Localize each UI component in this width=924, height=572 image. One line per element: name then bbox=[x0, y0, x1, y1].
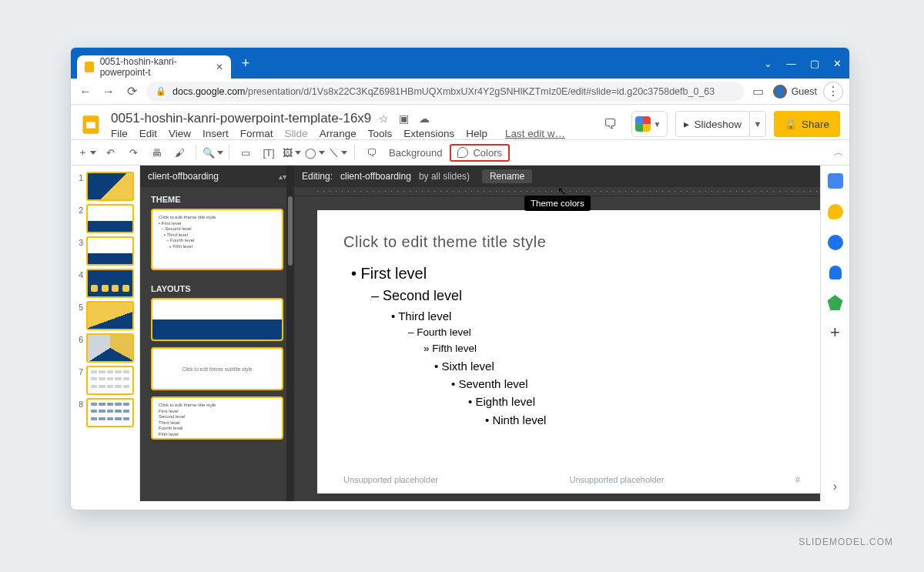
bullet-level-1[interactable]: • First level bbox=[343, 262, 800, 286]
menu-tools[interactable]: Tools bbox=[368, 128, 393, 139]
menu-insert[interactable]: Insert bbox=[203, 128, 229, 139]
document-title[interactable]: 0051-hoshin-kanri-powerpoint-template-16… bbox=[111, 111, 371, 126]
maps-icon[interactable] bbox=[828, 295, 843, 310]
move-icon[interactable]: ▣ bbox=[399, 112, 411, 125]
addons-plus-icon[interactable]: + bbox=[828, 326, 843, 341]
layout-thumbnail[interactable]: Click to edit theme title styleFirst lev… bbox=[151, 396, 283, 440]
textbox-tool[interactable]: [T] bbox=[259, 142, 279, 162]
nav-forward-icon[interactable]: → bbox=[100, 83, 117, 100]
meet-icon bbox=[635, 116, 651, 132]
contacts-icon[interactable] bbox=[829, 266, 842, 279]
url-path: /presentation/d/1Vs8x22C3KqZ6981HBmUQXmb… bbox=[246, 86, 715, 97]
bullet-level-8[interactable]: • Eighth level bbox=[343, 393, 800, 410]
bullet-level-4[interactable]: – Fourth level bbox=[343, 325, 800, 341]
calendar-icon[interactable] bbox=[828, 173, 843, 189]
theme-colors-button[interactable]: Colors bbox=[450, 144, 510, 162]
window-maximize-icon[interactable]: ▢ bbox=[810, 58, 819, 69]
menu-arrange[interactable]: Arrange bbox=[320, 128, 357, 139]
shape-tool[interactable]: ◯ bbox=[305, 142, 325, 162]
slide-canvas[interactable]: Click to edit theme title style • First … bbox=[317, 210, 826, 493]
slides-logo-icon[interactable] bbox=[77, 111, 105, 139]
slideshow-button[interactable]: ▸Slideshow bbox=[675, 111, 750, 137]
slide-thumbnail[interactable] bbox=[86, 301, 134, 330]
comment-tool[interactable]: 🗨 bbox=[361, 142, 381, 162]
slide-thumbnail[interactable] bbox=[86, 398, 134, 427]
slide-thumbnail[interactable] bbox=[86, 366, 134, 395]
share-label: Share bbox=[802, 119, 829, 130]
bullet-level-9[interactable]: • Ninth level bbox=[343, 411, 800, 429]
browser-titlebar: 0051-hoshin-kanri-powerpoint-t ✕ + ⌄ — ▢… bbox=[71, 48, 849, 79]
browser-tab[interactable]: 0051-hoshin-kanri-powerpoint-t ✕ bbox=[77, 55, 231, 79]
cloud-status-icon[interactable]: ☁ bbox=[419, 112, 431, 125]
meet-button[interactable]: ▼ bbox=[631, 111, 668, 137]
editing-prefix: Editing: bbox=[302, 171, 333, 182]
tasks-icon[interactable] bbox=[828, 235, 843, 250]
redo-button[interactable]: ↷ bbox=[123, 142, 143, 162]
slideshow-dropdown[interactable]: ▼ bbox=[749, 111, 766, 137]
colors-label: Colors bbox=[473, 147, 502, 159]
new-slide-button[interactable]: ＋ bbox=[77, 142, 97, 162]
bullet-level-5[interactable]: » Fifth level bbox=[343, 341, 800, 357]
menu-edit[interactable]: Edit bbox=[139, 128, 157, 139]
window-close-icon[interactable]: ✕ bbox=[833, 58, 842, 69]
collapse-toolbar-icon[interactable]: ︿ bbox=[834, 146, 843, 159]
slide-thumbnail[interactable] bbox=[86, 172, 134, 201]
keep-icon[interactable] bbox=[828, 204, 843, 219]
comments-icon[interactable]: 🗨 bbox=[598, 111, 624, 137]
canvas-title[interactable]: Click to edit theme title style bbox=[343, 233, 800, 251]
theme-master-thumbnail[interactable]: Click to edit theme title style• First l… bbox=[151, 209, 283, 270]
placeholder-left: Unsupported placeholder bbox=[343, 475, 438, 484]
last-edit-link[interactable]: Last edit w… bbox=[505, 128, 565, 139]
image-tool[interactable]: 🖼 bbox=[282, 142, 302, 162]
hide-side-panel-icon[interactable]: › bbox=[833, 480, 837, 493]
bullet-level-2[interactable]: – Second level bbox=[343, 286, 800, 307]
nav-back-icon[interactable]: ← bbox=[77, 83, 94, 100]
paint-format-button[interactable]: 🖌 bbox=[169, 142, 189, 162]
bullet-level-7[interactable]: • Seventh level bbox=[343, 375, 800, 393]
slide-thumbnail[interactable] bbox=[86, 204, 134, 233]
watermark: SLIDEMODEL.COM bbox=[798, 537, 893, 547]
browser-menu-icon[interactable]: ⋮ bbox=[823, 82, 843, 102]
slideshow-label: Slideshow bbox=[694, 119, 742, 130]
slide-number: 5 bbox=[75, 301, 83, 312]
tab-close-icon[interactable]: ✕ bbox=[216, 62, 223, 72]
undo-button[interactable]: ↶ bbox=[100, 142, 120, 162]
omnibox[interactable]: 🔒 docs.google.com/presentation/d/1Vs8x22… bbox=[146, 82, 744, 102]
print-button[interactable]: 🖶 bbox=[146, 142, 166, 162]
browser-window: 0051-hoshin-kanri-powerpoint-t ✕ + ⌄ — ▢… bbox=[71, 48, 849, 510]
menu-format[interactable]: Format bbox=[240, 128, 273, 139]
tab-search-icon[interactable]: ⌄ bbox=[764, 58, 772, 69]
reading-list-icon[interactable]: ▭ bbox=[750, 83, 767, 100]
menu-view[interactable]: View bbox=[169, 128, 191, 139]
menu-extensions[interactable]: Extensions bbox=[403, 128, 454, 139]
share-button[interactable]: 🔒Share bbox=[774, 111, 840, 137]
layout-thumbnail[interactable]: Click to edit theme subtitle style bbox=[151, 347, 283, 390]
bullet-level-6[interactable]: • Sixth level bbox=[343, 357, 800, 375]
new-tab-button[interactable]: + bbox=[236, 53, 256, 73]
theme-dropdown-icon[interactable]: ▴▾ bbox=[279, 172, 286, 181]
zoom-button[interactable]: 🔍 bbox=[203, 142, 223, 162]
theme-editor: Editing: client-offboarding by all slide… bbox=[294, 166, 849, 501]
layout-thumbnail[interactable] bbox=[151, 298, 283, 341]
share-lock-icon: 🔒 bbox=[785, 119, 797, 130]
background-button[interactable]: Background bbox=[384, 147, 447, 159]
menu-bar: File Edit View Insert Format Slide Arran… bbox=[111, 128, 591, 139]
rename-button[interactable]: Rename bbox=[482, 169, 532, 183]
slide-thumbnail[interactable] bbox=[86, 236, 134, 266]
select-tool[interactable]: ▭ bbox=[236, 142, 256, 162]
star-icon[interactable]: ☆ bbox=[379, 112, 391, 125]
bullet-level-3[interactable]: • Third level bbox=[343, 307, 800, 325]
menu-file[interactable]: File bbox=[111, 128, 128, 139]
line-tool[interactable]: ＼ bbox=[328, 142, 348, 162]
url-host: docs.google.com bbox=[172, 86, 246, 97]
nav-reload-icon[interactable]: ⟳ bbox=[123, 83, 140, 100]
menu-slide[interactable]: Slide bbox=[285, 128, 308, 139]
slide-thumbnail[interactable] bbox=[86, 269, 134, 298]
profile-chip[interactable]: 👤 Guest bbox=[773, 85, 817, 99]
theme-panel-scrollbar[interactable] bbox=[286, 166, 294, 501]
theme-panel-header[interactable]: client-offboarding ▴▾ bbox=[140, 166, 294, 187]
menu-help[interactable]: Help bbox=[466, 128, 487, 139]
slide-thumbnail[interactable] bbox=[86, 333, 134, 363]
tooltip: Theme colors bbox=[524, 196, 591, 211]
window-minimize-icon[interactable]: — bbox=[786, 58, 796, 69]
